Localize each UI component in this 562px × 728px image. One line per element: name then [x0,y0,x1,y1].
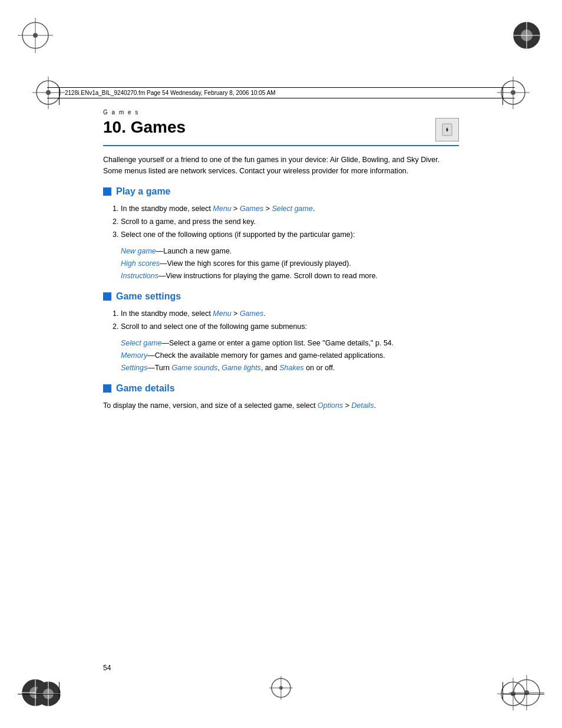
game-sounds-link: Game sounds [171,364,217,372]
sub-item-high-scores: High scores—View the high scores for thi… [121,258,459,269]
intro-text: Challenge yourself or a friend to one of… [103,154,459,177]
settings-link: Settings [121,364,147,372]
menu-link-2: Menu [213,309,231,318]
game-details-text: To display the name, version, and size o… [103,400,459,411]
header-bar: 2128i.ENv1a_BIL_9240270.fm Page 54 Wedne… [47,87,515,98]
high-scores-link: High scores [121,259,160,268]
sub-item-new-game: New game—Launch a new game. [121,245,459,257]
section-play-a-game: Play a game In the standby mode, select … [103,186,459,282]
section-heading-text-settings: Game settings [116,291,181,302]
play-step-2: Scroll to a game, and press the send key… [121,216,459,228]
details-link: Details [351,401,373,410]
bottom-h-line-left [18,694,59,694]
sub-item-select-game: Select game—Select a game or enter a gam… [121,337,459,349]
sub-item-instructions: Instructions—View instructions for playi… [121,270,459,282]
section-game-settings: Game settings In the standby mode, selec… [103,291,459,374]
bottom-h-line-right [503,694,544,694]
play-step-1: In the standby mode, select Menu > Games… [121,203,459,215]
section-heading-settings: Game settings [103,291,459,302]
page: 2128i.ENv1a_BIL_9240270.fm Page 54 Wedne… [0,0,562,728]
settings-step-2-text: Scroll to and select one of the followin… [121,322,307,331]
instructions-desc: —View instructions for playing the game.… [158,272,378,280]
settings-step-1: In the standby mode, select Menu > Games… [121,308,459,319]
settings-turn-text: —Turn [147,364,171,372]
page-number: 54 [103,664,111,672]
play-sub-items: New game—Launch a new game. High scores—… [121,245,459,282]
chapter-title-text: 10. Games [103,118,429,137]
file-info: 2128i.ENv1a_BIL_9240270.fm Page 54 Wedne… [65,90,276,96]
sub-item-memory: Memory—Check the available memory for ga… [121,350,459,361]
bottom-center-mark [269,676,293,700]
games-link-2: Games [240,309,263,318]
memory-desc: —Check the available memory for games an… [147,351,385,360]
settings-steps-list: In the standby mode, select Menu > Games… [113,308,459,332]
menu-link-1: Menu [213,205,231,213]
section-heading-text-play: Play a game [116,186,171,197]
section-label: G a m e s [103,109,459,116]
section-game-details: Game details To display the name, versio… [103,383,459,411]
instructions-link: Instructions [121,272,158,280]
corner-mark-tr [509,18,544,53]
section-heading-details: Game details [103,383,459,394]
select-game-link-2: Select game [121,339,161,347]
section-square-icon-2 [103,292,111,301]
main-content: G a m e s 10. Games Challenge yourself o… [103,109,459,411]
memory-link: Memory [121,351,147,360]
settings-sub-items: Select game—Select a game or enter a gam… [121,337,459,374]
v-line-left-header [59,87,59,105]
section-heading-text-details: Game details [116,383,175,394]
games-link-1: Games [240,205,263,213]
section-heading-play: Play a game [103,186,459,197]
high-scores-desc: —View the high scores for this game (if … [160,259,351,268]
corner-mark-tl [18,18,53,53]
play-steps-list: In the standby mode, select Menu > Games… [113,203,459,241]
settings-step-2: Scroll to and select one of the followin… [121,321,459,332]
play-step-3: Select one of the following options (if … [121,229,459,241]
new-game-link: New game [121,247,156,255]
v-line-right-bottom [503,682,503,700]
play-step-1-text: In the standby mode, select Menu > Games… [121,205,315,213]
v-line-right-header [503,87,503,105]
new-game-desc: —Launch a new game. [156,247,232,255]
select-game-desc: —Select a game or enter a game option li… [161,339,394,347]
play-step-3-text: Select one of the following options (if … [121,230,355,239]
chapter-icon [435,118,459,141]
select-game-link-1: Select game [272,205,312,213]
game-lights-link: Game lights [222,364,261,372]
play-step-2-text: Scroll to a game, and press the send key… [121,218,256,226]
section-square-icon [103,187,111,196]
section-square-icon-3 [103,384,111,393]
v-line-left-bottom [59,682,59,700]
on-or-off-text: on or off. [304,364,335,372]
shakes-link: Shakes [279,364,304,372]
settings-step-1-text: In the standby mode, select Menu > Games… [121,309,266,318]
sub-item-settings: Settings—Turn Game sounds, Game lights, … [121,362,459,374]
chapter-title: 10. Games [103,118,459,146]
options-link: Options [318,401,343,410]
and-text: , and [261,364,279,372]
